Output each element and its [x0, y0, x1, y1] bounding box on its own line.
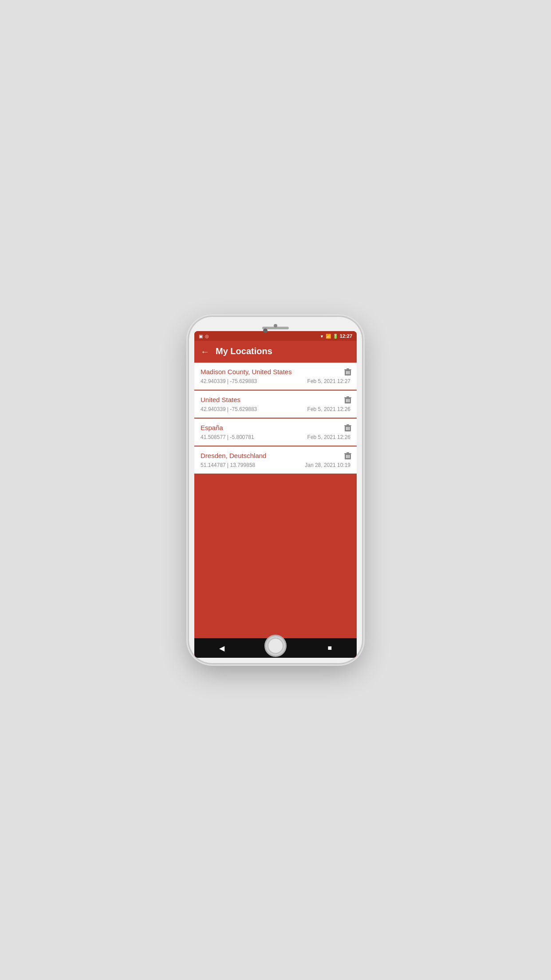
- location-date: Jan 28, 2021 10:19: [305, 462, 350, 468]
- status-left-icons: ▣ ◎: [199, 334, 209, 339]
- location-details: 41.508577 | -5.800781 Feb 5, 2021 12:26: [201, 434, 350, 440]
- delete-button[interactable]: [344, 424, 351, 434]
- location-details: 42.940339 | -75.629883 Feb 5, 2021 12:26: [201, 406, 350, 412]
- content-area: Madison County, United States 42.940339 …: [194, 362, 357, 638]
- location-name: Madison County, United States: [201, 368, 350, 375]
- battery-icon: 🔋: [333, 334, 338, 339]
- svg-rect-7: [344, 397, 351, 398]
- back-nav-button[interactable]: ◀: [214, 641, 230, 655]
- location-date: Feb 5, 2021 12:26: [307, 406, 350, 412]
- empty-area: [194, 474, 357, 510]
- location-coords: 51.144787 | 13.799858: [201, 462, 255, 468]
- location-date: Feb 5, 2021 12:27: [307, 378, 350, 384]
- sim-icon: ▣: [199, 334, 203, 339]
- location-name: España: [201, 424, 350, 431]
- home-button[interactable]: [264, 635, 287, 657]
- overview-nav-button[interactable]: ■: [323, 641, 338, 655]
- location-details: 51.144787 | 13.799858 Jan 28, 2021 10:19: [201, 462, 350, 468]
- location-item[interactable]: España 41.508577 | -5.800781 Feb 5, 2021…: [194, 419, 357, 447]
- phone-screen: ▣ ◎ 📶 🔋 12:27 ← My Locations Madison Cou…: [194, 331, 357, 658]
- delete-button[interactable]: [344, 368, 351, 378]
- location-coords: 42.940339 | -75.629883: [201, 378, 257, 384]
- svg-rect-8: [346, 396, 349, 397]
- clock: 12:27: [340, 333, 352, 339]
- circle-icon: ◎: [205, 334, 209, 339]
- svg-rect-2: [346, 368, 349, 369]
- location-name: United States: [201, 396, 350, 403]
- location-item[interactable]: Madison County, United States 42.940339 …: [194, 362, 357, 391]
- svg-rect-20: [346, 452, 349, 453]
- front-camera: [274, 324, 277, 328]
- back-button[interactable]: ←: [201, 347, 209, 356]
- signal-icon: 📶: [326, 334, 331, 339]
- location-coords: 42.940339 | -75.629883: [201, 406, 257, 412]
- delete-button[interactable]: [344, 452, 351, 462]
- page-title: My Locations: [216, 346, 272, 356]
- home-button-inner: [268, 638, 283, 654]
- wifi-icon: [320, 334, 324, 339]
- location-list: Madison County, United States 42.940339 …: [194, 362, 357, 474]
- location-date: Feb 5, 2021 12:26: [307, 434, 350, 440]
- location-details: 42.940339 | -75.629883 Feb 5, 2021 12:27: [201, 378, 350, 384]
- location-coords: 41.508577 | -5.800781: [201, 434, 254, 440]
- location-item[interactable]: Dresden, Deutschland 51.144787 | 13.7998…: [194, 447, 357, 474]
- toolbar: ← My Locations: [194, 341, 357, 362]
- phone-device: ▣ ◎ 📶 🔋 12:27 ← My Locations Madison Cou…: [189, 317, 362, 663]
- svg-rect-14: [346, 424, 349, 425]
- svg-rect-13: [344, 425, 351, 426]
- status-right-icons: 📶 🔋 12:27: [320, 333, 352, 339]
- status-bar: ▣ ◎ 📶 🔋 12:27: [194, 331, 357, 341]
- selfie-camera: [263, 328, 268, 333]
- svg-rect-19: [344, 453, 351, 454]
- location-item[interactable]: United States 42.940339 | -75.629883 Feb…: [194, 391, 357, 419]
- delete-button[interactable]: [344, 396, 351, 406]
- location-name: Dresden, Deutschland: [201, 452, 350, 459]
- svg-rect-1: [344, 369, 351, 370]
